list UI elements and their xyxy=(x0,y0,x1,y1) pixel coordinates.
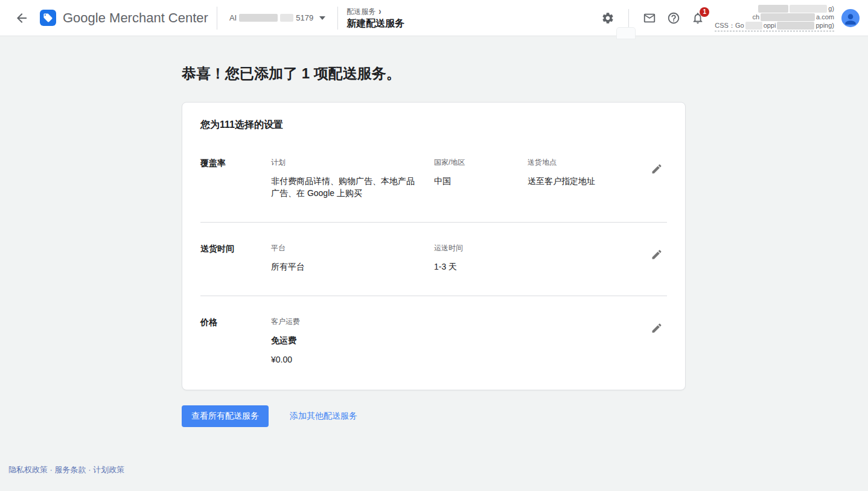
edit-coverage-button[interactable] xyxy=(646,159,667,179)
mail-icon xyxy=(643,11,656,25)
row-label: 覆盖率 xyxy=(200,157,271,199)
field-platform: 平台 所有平台 xyxy=(271,243,434,273)
price-tag-icon xyxy=(40,10,56,26)
css-label-fragment: pping) xyxy=(815,21,834,30)
field-transit-time: 运送时间 1-3 天 xyxy=(434,243,528,273)
account-switcher[interactable]: AI 5179 xyxy=(226,6,329,30)
footer-links: 隐私权政策 · 服务条款 · 计划政策 xyxy=(8,464,124,475)
field-customer-shipping-fee: 客户运费 免运费 ¥0.00 xyxy=(271,317,434,366)
merchant-center-logo[interactable]: Google Merchant Center xyxy=(40,10,208,26)
add-another-shipping-service-link[interactable]: 添加其他配送服务 xyxy=(290,411,357,422)
empty-cell xyxy=(528,243,643,273)
redacted-css xyxy=(777,22,814,30)
settings-summary-card: 您为111选择的设置 覆盖率 计划 非付费商品详情、购物广告、本地产品广告、在 … xyxy=(182,102,686,390)
back-button[interactable] xyxy=(10,6,34,30)
pencil-icon xyxy=(651,163,663,175)
pencil-icon xyxy=(651,249,663,261)
field-value: 1-3 天 xyxy=(434,261,513,273)
notification-count-badge: 1 xyxy=(700,7,709,17)
redacted-info xyxy=(758,5,788,13)
account-id-fragment-left: AI xyxy=(229,13,237,22)
empty-cell xyxy=(528,317,643,366)
account-email-fragment: a.com xyxy=(816,13,834,21)
account-info-fragment: g) xyxy=(828,4,834,13)
field-value-amount: ¥0.00 xyxy=(271,353,420,366)
tooltip-remnant xyxy=(617,28,635,39)
breadcrumb-parent-link[interactable]: 配送服务 xyxy=(346,8,375,15)
account-id-fragment-right: 5179 xyxy=(296,13,313,22)
redacted-account-name-2 xyxy=(280,14,293,22)
card-title: 您为111选择的设置 xyxy=(200,119,667,131)
settings-row-coverage: 覆盖率 计划 非付费商品详情、购物广告、本地产品广告、在 Google 上购买 … xyxy=(200,157,667,199)
redacted-css xyxy=(745,22,762,30)
empty-cell xyxy=(434,317,528,366)
action-buttons: 查看所有配送服务 添加其他配送服务 xyxy=(182,405,686,427)
header-divider-3 xyxy=(628,9,629,27)
settings-row-price: 价格 客户运费 免运费 ¥0.00 xyxy=(200,317,667,366)
header-divider xyxy=(217,7,217,30)
field-value: 免运费 xyxy=(271,334,420,346)
page-title: 新建配送服务 xyxy=(346,19,404,28)
help-icon xyxy=(667,11,680,25)
field-name: 运送时间 xyxy=(434,243,513,253)
field-delivery-location: 送货地点 送至客户指定地址 xyxy=(528,157,643,199)
redacted-account-name xyxy=(239,14,278,22)
row-label: 送货时间 xyxy=(200,243,271,273)
field-value: 送至客户指定地址 xyxy=(528,175,628,187)
redacted-email xyxy=(761,13,815,21)
field-value: 非付费商品详情、购物广告、本地产品广告、在 Google 上购买 xyxy=(271,175,420,199)
field-value: 所有平台 xyxy=(271,261,420,273)
field-plan: 计划 非付费商品详情、购物广告、本地产品广告、在 Google 上购买 xyxy=(271,157,434,199)
user-avatar[interactable] xyxy=(841,9,860,27)
header-divider-2 xyxy=(337,7,338,30)
arrow-left-icon xyxy=(14,11,29,25)
signed-in-account-info: g) ch a.com CSS：Go oppi pping) xyxy=(715,4,834,31)
account-email-fragment: ch xyxy=(752,13,759,21)
person-icon xyxy=(843,11,858,27)
product-name: Google Merchant Center xyxy=(63,10,208,26)
field-name: 计划 xyxy=(271,157,420,168)
help-button[interactable] xyxy=(662,6,686,30)
edit-price-button[interactable] xyxy=(646,318,667,338)
field-value: 中国 xyxy=(434,175,513,187)
field-name: 送货地点 xyxy=(528,157,628,168)
css-label-fragment: oppi xyxy=(764,21,776,30)
header-actions: 1 g) ch a.com CSS：Go oppi pping) xyxy=(596,4,860,31)
messages-button[interactable] xyxy=(637,6,662,30)
privacy-policy-link[interactable]: 隐私权政策 xyxy=(8,465,48,474)
row-label: 价格 xyxy=(200,317,271,366)
field-name: 客户运费 xyxy=(271,317,420,327)
program-policies-link[interactable]: 计划政策 xyxy=(93,465,124,474)
css-label-fragment: CSS：Go xyxy=(715,21,744,30)
row-divider xyxy=(200,222,667,223)
field-name: 国家/地区 xyxy=(434,157,513,168)
main-content: 恭喜！您已添加了 1 项配送服务。 您为111选择的设置 覆盖率 计划 非付费商… xyxy=(0,36,868,491)
chevron-down-icon xyxy=(319,16,325,20)
chevron-right-icon: › xyxy=(378,7,381,16)
edit-delivery-time-button[interactable] xyxy=(646,244,667,265)
redacted-info xyxy=(790,5,827,13)
field-country: 国家/地区 中国 xyxy=(434,157,528,199)
terms-of-service-link[interactable]: 服务条款 xyxy=(55,465,86,474)
success-heading: 恭喜！您已添加了 1 项配送服务。 xyxy=(182,36,686,83)
view-all-shipping-services-button[interactable]: 查看所有配送服务 xyxy=(182,405,269,427)
breadcrumb: 配送服务 › 新建配送服务 xyxy=(346,7,404,28)
row-divider xyxy=(200,296,667,296)
gear-icon xyxy=(601,11,614,25)
footer-separator: · xyxy=(86,465,94,474)
settings-row-delivery-time: 送货时间 平台 所有平台 运送时间 1-3 天 xyxy=(200,243,667,273)
footer-separator: · xyxy=(48,465,55,474)
pencil-icon xyxy=(651,322,663,334)
field-name: 平台 xyxy=(271,243,420,253)
top-app-bar: Google Merchant Center AI 5179 配送服务 › 新建… xyxy=(0,0,868,36)
settings-button[interactable] xyxy=(596,6,620,30)
